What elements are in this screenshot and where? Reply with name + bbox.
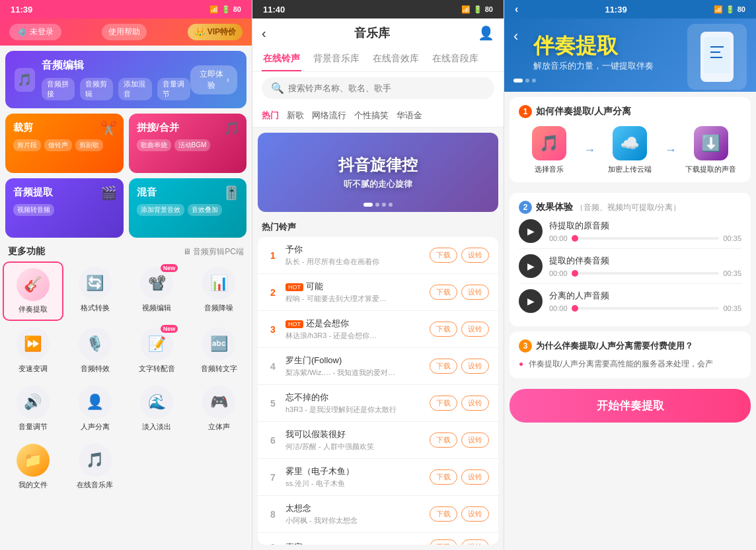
icon-item-video-edit[interactable]: New 📽️ 视频编辑 — [127, 261, 188, 321]
song-actions-9: 下载 设铃 — [430, 539, 489, 545]
song-artist-7: ss.沧川 - 电子木鱼 — [285, 479, 423, 489]
download-btn-7[interactable]: 下载 — [430, 469, 457, 485]
tab-online-ringtone[interactable]: 在线铃声 — [262, 48, 301, 71]
song-name-3: HOT还是会想你 — [285, 318, 423, 329]
fade-label: 淡入淡出 — [142, 422, 171, 432]
login-button[interactable]: ⚙️ 未登录 — [9, 24, 61, 40]
dot-2 — [375, 203, 379, 207]
progress-dot-2 — [572, 270, 578, 277]
ring-btn-6[interactable]: 设铃 — [461, 432, 489, 448]
step-icon-upload: ☁️ — [613, 126, 647, 160]
hero-banner: ‹ 伴奏提取 解放音乐的力量，一键提取伴奏 — [504, 18, 756, 92]
gear-icon: ⚙️ — [17, 28, 27, 37]
user-icon[interactable]: 👤 — [478, 25, 494, 41]
tab-effects[interactable]: 在线音效库 — [371, 48, 420, 71]
tag-hot[interactable]: 热门 — [262, 110, 279, 121]
play-btn-3[interactable]: ▶ — [519, 289, 543, 313]
stereo-label: 立体声 — [208, 422, 230, 432]
audio-edit-title: 音频编辑 — [42, 59, 190, 73]
download-btn-6[interactable]: 下载 — [430, 432, 457, 448]
song-name-8: 太想念 — [285, 502, 423, 514]
search-icon: 🔍 — [271, 82, 284, 94]
tab-segments[interactable]: 在线音段库 — [431, 48, 480, 71]
icon-item-textdub[interactable]: New 📝 文字转配音 — [127, 322, 188, 379]
song-item-4: 4 罗生门(Follow) 梨冻紫/Wiz.… - 我知道我的爱对… 下载 设铃 — [258, 348, 498, 385]
tab-bgm[interactable]: 背景音乐库 — [312, 48, 361, 71]
play-btn-2[interactable]: ▶ — [519, 254, 543, 278]
hot-tags-row: 热门 新歌 网络流行 个性搞笑 华语金 — [252, 104, 504, 127]
tag-chinese[interactable]: 华语金 — [397, 110, 422, 121]
ring-btn-1[interactable]: 设铃 — [461, 248, 489, 263]
time-3: 11:39 — [605, 5, 626, 15]
sub-tool-1: 音频拼接 — [42, 78, 75, 100]
ring-btn-5[interactable]: 设铃 — [461, 395, 489, 411]
crown-icon: 👑 — [194, 27, 206, 38]
song-actions-2: 下载 设铃 — [430, 285, 489, 300]
download-btn-8[interactable]: 下载 — [430, 506, 457, 522]
step2-heading: 2 效果体验 （音频、视频均可提取/分离） — [519, 201, 741, 214]
icon-item-speech[interactable]: 🔤 音频转文字 — [188, 322, 249, 379]
ring-btn-3[interactable]: 设铃 — [461, 322, 489, 337]
noise-label: 音频降噪 — [204, 303, 233, 313]
song-actions-6: 下载 设铃 — [430, 432, 489, 448]
icon-item-accompany[interactable]: 🎸 伴奏提取 — [3, 261, 63, 321]
progress-bar-3 — [572, 307, 720, 310]
tag-trend[interactable]: 网络流行 — [312, 110, 346, 121]
play-btn-1[interactable]: ▶ — [519, 219, 543, 243]
extract-tags: 视频转音频 — [13, 204, 116, 216]
download-btn-1[interactable]: 下载 — [430, 248, 457, 263]
start-accompany-button[interactable]: 开始伴奏提取 — [510, 389, 751, 423]
ring-btn-8[interactable]: 设铃 — [461, 506, 489, 522]
song-artist-1: 队长 - 用尽所有生命在画着你 — [285, 257, 423, 267]
time-2: 11:40 — [263, 5, 285, 15]
icon-item-effect[interactable]: 🎙️ 音频特效 — [65, 322, 126, 379]
speed-label: 变速变调 — [19, 364, 48, 374]
icon-item-format[interactable]: 🔄 格式转换 — [65, 261, 126, 321]
icon-item-speed[interactable]: ⏩ 变速变调 — [3, 322, 63, 379]
banner-title: 抖音旋律控 — [338, 155, 418, 176]
icon-item-stereo[interactable]: 🎮 立体声 — [188, 380, 249, 437]
volume-label: 音量调节 — [19, 422, 48, 432]
search-input[interactable] — [288, 83, 485, 93]
dot-4 — [389, 203, 393, 207]
back-button-3[interactable]: ‹ — [513, 28, 518, 45]
song-actions-1: 下载 设铃 — [430, 248, 489, 263]
download-btn-5[interactable]: 下载 — [430, 395, 457, 411]
func-card-mix[interactable]: 🎚️ 混音 添加背景音效 音效叠加 — [129, 178, 247, 238]
vip-button[interactable]: 👑 VIP特价 — [188, 24, 243, 40]
icon-item-fade[interactable]: 🌊 淡入淡出 — [127, 380, 188, 437]
download-btn-2[interactable]: 下载 — [430, 285, 457, 300]
ring-btn-4[interactable]: 设铃 — [461, 359, 489, 374]
song-item-2: 2 HOT可能 程响 - 可能要去到大理才算爱… 下载 设铃 — [258, 274, 498, 311]
func-card-extract[interactable]: 🎬 音频提取 视频转音频 — [5, 178, 124, 238]
progress-bar-2 — [572, 272, 720, 275]
func-card-merge[interactable]: 🎵 拼接/合并 歌曲串烧 活动BGM — [129, 114, 247, 173]
step-select-music: 🎵 选择音乐 — [519, 126, 580, 174]
pc-link[interactable]: 🖥 音频剪辑PC端 — [183, 246, 244, 258]
music-lib-title: 音乐库 — [273, 25, 471, 41]
icon-item-noise[interactable]: 📊 音频降噪 — [188, 261, 249, 321]
time-1: 11:39 — [11, 5, 32, 15]
func-card-trim[interactable]: ✂️ 裁剪 剪片段 做铃声 剪副歌 — [5, 114, 124, 173]
rank-5: 5 — [267, 398, 279, 409]
sub-tool-3: 添加混音 — [118, 78, 151, 100]
icon-item-separate[interactable]: 👤 人声分离 — [65, 380, 126, 437]
song-name-9: 嘉宾 — [285, 541, 423, 545]
ring-btn-2[interactable]: 设铃 — [461, 285, 489, 300]
ring-btn-7[interactable]: 设铃 — [461, 469, 489, 485]
try-button[interactable]: 立即体验 › — [190, 65, 237, 94]
tag-new[interactable]: 新歌 — [287, 110, 304, 121]
download-btn-4[interactable]: 下载 — [430, 359, 457, 374]
ring-btn-9[interactable]: 设铃 — [461, 539, 489, 545]
arrow-icon-2: → — [665, 143, 677, 157]
back-button-2[interactable]: ‹ — [262, 26, 266, 41]
help-button[interactable]: 使用帮助 — [102, 24, 147, 40]
icon-item-onlinemusic[interactable]: 🎵 在线音乐库 — [65, 438, 126, 495]
icon-item-myfile[interactable]: 📁 我的文件 — [3, 438, 63, 495]
myfile-label: 我的文件 — [19, 480, 48, 490]
download-btn-3[interactable]: 下载 — [430, 322, 457, 337]
more-title: 更多功能 — [8, 246, 45, 258]
download-btn-9[interactable]: 下载 — [430, 539, 457, 545]
tag-funny[interactable]: 个性搞笑 — [354, 110, 389, 121]
icon-item-volume[interactable]: 🔊 音量调节 — [3, 380, 63, 437]
